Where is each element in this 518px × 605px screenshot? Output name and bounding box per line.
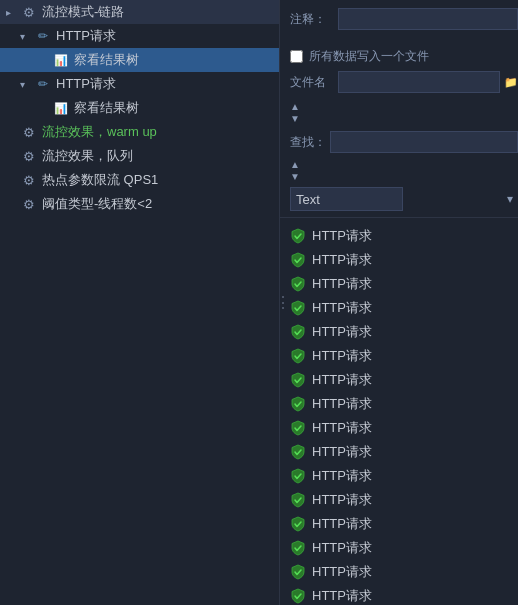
shield-check-icon xyxy=(290,300,306,316)
gear-icon: ⚙ xyxy=(20,4,38,20)
annotation-row: 注释： xyxy=(290,8,518,30)
list-item-label: HTTP请求 xyxy=(312,443,372,461)
scroll-up-arrow-2[interactable]: ▲ xyxy=(290,159,518,171)
pencil-icon: ✏ xyxy=(34,28,52,44)
list-item[interactable]: HTTP请求 xyxy=(280,464,518,488)
scroll-up-arrow[interactable]: ▲ xyxy=(290,101,518,113)
arrow-expanded-icon: ▾ xyxy=(20,79,34,90)
all-data-checkbox[interactable] xyxy=(290,50,303,63)
list-item[interactable]: HTTP请求 xyxy=(280,296,518,320)
browse-button[interactable]: 📁 xyxy=(504,76,518,89)
tree-item-label: 阈值类型-线程数<2 xyxy=(42,195,273,213)
tree-item-flow-queue[interactable]: ⚙ 流控效果，队列 xyxy=(0,144,279,168)
tree-item-http-request-1[interactable]: ▾ ✏ HTTP请求 xyxy=(0,24,279,48)
shield-check-icon xyxy=(290,564,306,580)
list-item-label: HTTP请求 xyxy=(312,587,372,605)
shield-check-icon xyxy=(290,396,306,412)
annotation-section: 注释： xyxy=(280,0,518,44)
shield-check-icon xyxy=(290,444,306,460)
list-item-label: HTTP请求 xyxy=(312,227,372,245)
shield-check-icon xyxy=(290,516,306,532)
tree-item-label: 流控效果，warm up xyxy=(42,123,273,141)
tree-item-label: 热点参数限流 QPS1 xyxy=(42,171,273,189)
chart-icon-2: 📊 xyxy=(52,100,70,116)
list-item[interactable]: HTTP请求 xyxy=(280,488,518,512)
annotation-input[interactable] xyxy=(338,8,518,30)
search-row: 查找： xyxy=(280,127,518,157)
shield-check-icon xyxy=(290,276,306,292)
dropdown-wrapper: Text HTML JSON XML RegExp Tester xyxy=(290,187,518,211)
dropdown-row: Text HTML JSON XML RegExp Tester xyxy=(280,185,518,215)
arrow-icon: ▸ xyxy=(6,7,20,18)
list-item-label: HTTP请求 xyxy=(312,491,372,509)
list-item-label: HTTP请求 xyxy=(312,395,372,413)
list-item[interactable]: HTTP请求 xyxy=(280,416,518,440)
list-item[interactable]: HTTP请求 xyxy=(280,248,518,272)
search-label: 查找： xyxy=(290,134,330,151)
filename-input[interactable] xyxy=(338,71,500,93)
list-item-label: HTTP请求 xyxy=(312,539,372,557)
tree-item-label: HTTP请求 xyxy=(56,27,273,45)
list-item[interactable]: HTTP请求 xyxy=(280,440,518,464)
list-item[interactable]: HTTP请求 xyxy=(280,392,518,416)
shield-check-icon xyxy=(290,348,306,364)
list-item-label: HTTP请求 xyxy=(312,515,372,533)
list-item-label: HTTP请求 xyxy=(312,251,372,269)
search-input[interactable] xyxy=(330,131,518,153)
list-item[interactable]: HTTP请求 xyxy=(280,512,518,536)
list-item-label: HTTP请求 xyxy=(312,467,372,485)
list-item[interactable]: HTTP请求 xyxy=(280,320,518,344)
chart-icon: 📊 xyxy=(52,52,70,68)
list-item[interactable]: HTTP请求 xyxy=(280,272,518,296)
filename-label: 文件名 xyxy=(290,74,338,91)
shield-check-icon xyxy=(290,540,306,556)
list-item-label: HTTP请求 xyxy=(312,419,372,437)
gear-icon-2: ⚙ xyxy=(20,124,38,140)
scroll-down-arrow[interactable]: ▼ xyxy=(290,113,518,125)
tree-item-flow-warmup[interactable]: ⚙ 流控效果，warm up xyxy=(0,120,279,144)
tree-item-http-request-2[interactable]: ▾ ✏ HTTP请求 xyxy=(0,72,279,96)
left-panel: ▸ ⚙ 流控模式-链路 ▾ ✏ HTTP请求 📊 察看结果树 ▾ ✏ HTTP请… xyxy=(0,0,280,605)
divider xyxy=(280,217,518,218)
shield-check-icon xyxy=(290,588,306,604)
tree-item-hotspot-qps[interactable]: ⚙ 热点参数限流 QPS1 xyxy=(0,168,279,192)
list-item[interactable]: HTTP请求 xyxy=(280,560,518,584)
splitter-handle[interactable]: ⋮ xyxy=(275,295,291,311)
scroll-down-arrow-2[interactable]: ▼ xyxy=(290,171,518,183)
results-list: HTTP请求HTTP请求HTTP请求HTTP请求HTTP请求HTTP请求HTTP… xyxy=(280,220,518,605)
tree-item-threshold[interactable]: ⚙ 阈值类型-线程数<2 xyxy=(0,192,279,216)
right-panel: 注释： 所有数据写入一个文件 文件名 📁 ▲ ▼ 查找： ▲ ▼ Text HT… xyxy=(280,0,518,605)
tree-item-label: 流控模式-链路 xyxy=(42,3,273,21)
list-item[interactable]: HTTP请求 xyxy=(280,584,518,605)
list-item[interactable]: HTTP请求 xyxy=(280,536,518,560)
filename-row: 文件名 📁 xyxy=(280,69,518,99)
tree-item-flow-mode[interactable]: ▸ ⚙ 流控模式-链路 xyxy=(0,0,279,24)
shield-check-icon xyxy=(290,228,306,244)
gear-icon-3: ⚙ xyxy=(20,148,38,164)
tree-item-view-result-2[interactable]: 📊 察看结果树 xyxy=(0,96,279,120)
shield-check-icon xyxy=(290,492,306,508)
tree-item-label: HTTP请求 xyxy=(56,75,273,93)
list-item-label: HTTP请求 xyxy=(312,563,372,581)
list-item[interactable]: HTTP请求 xyxy=(280,344,518,368)
tree-item-view-result-1[interactable]: 📊 察看结果树 xyxy=(0,48,279,72)
list-item[interactable]: HTTP请求 xyxy=(280,368,518,392)
all-data-checkbox-row: 所有数据写入一个文件 xyxy=(280,44,518,69)
shield-check-icon xyxy=(290,372,306,388)
annotation-label: 注释： xyxy=(290,11,338,28)
list-item-label: HTTP请求 xyxy=(312,275,372,293)
scroll-arrows-2: ▲ ▼ xyxy=(280,157,518,185)
tree-item-label: 察看结果树 xyxy=(74,99,273,117)
shield-check-icon xyxy=(290,420,306,436)
list-item-label: HTTP请求 xyxy=(312,371,372,389)
arrow-expanded-icon: ▾ xyxy=(20,31,34,42)
pencil-icon-2: ✏ xyxy=(34,76,52,92)
view-type-dropdown[interactable]: Text HTML JSON XML RegExp Tester xyxy=(290,187,403,211)
shield-check-icon xyxy=(290,324,306,340)
shield-check-icon xyxy=(290,252,306,268)
list-item[interactable]: HTTP请求 xyxy=(280,224,518,248)
gear-icon-4: ⚙ xyxy=(20,172,38,188)
tree-item-label: 流控效果，队列 xyxy=(42,147,273,165)
list-item-label: HTTP请求 xyxy=(312,299,372,317)
list-item-label: HTTP请求 xyxy=(312,347,372,365)
